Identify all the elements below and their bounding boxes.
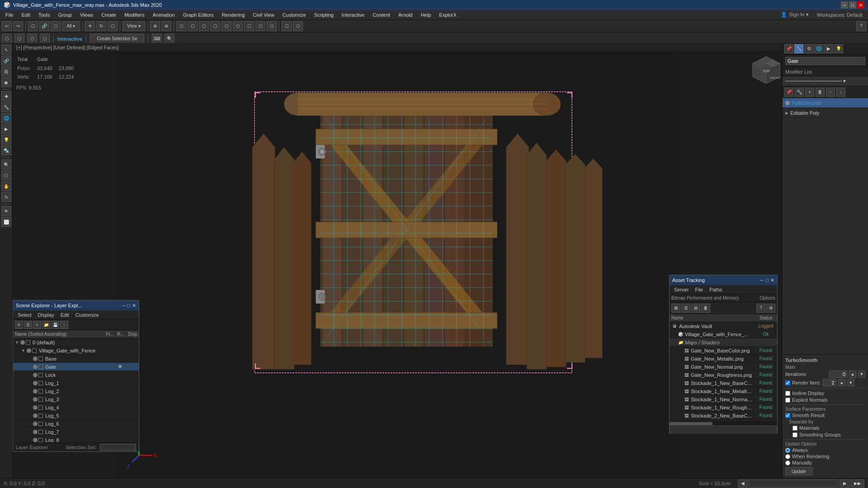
modifier-turbosmooth[interactable]: TurboSmooth	[783, 98, 868, 108]
tree-lock[interactable]	[38, 365, 43, 369]
tree-item[interactable]: ▼0 (default)	[13, 338, 139, 347]
pin-icon[interactable]: 📌	[784, 44, 793, 53]
layer-manager-btn[interactable]: ⬡	[199, 21, 209, 31]
modifier-editable-poly[interactable]: ▶ Editable Poly	[783, 108, 868, 118]
menu-group[interactable]: Group	[54, 11, 75, 19]
tree-item[interactable]: Base	[13, 355, 139, 363]
ltb-bind-btn[interactable]: ◉	[1, 77, 11, 87]
menu-edit[interactable]: Edit	[18, 11, 34, 19]
menu-customize[interactable]: Customize	[279, 11, 310, 19]
select-and-scale-btn[interactable]: ⬡	[108, 21, 118, 31]
view-cube[interactable]: TOP FRONT	[750, 54, 778, 81]
tree-lock[interactable]	[26, 340, 30, 345]
time-slider-end-btn[interactable]: ▶▶	[851, 479, 864, 488]
tree-eye[interactable]	[33, 397, 38, 402]
asset-row[interactable]: 🖼Stockade_1_New_Metallic.pngFound	[670, 387, 777, 395]
scene-explorer-title-bar[interactable]: Scene Explorer - Layer Expl... ─ □ ✕	[13, 300, 139, 310]
maximize-button[interactable]: □	[849, 1, 856, 9]
percent-snap-btn[interactable]: ⬡	[27, 34, 37, 44]
menu-civil-view[interactable]: Civil View	[249, 11, 278, 19]
menu-create[interactable]: Create	[98, 11, 120, 19]
tree-item[interactable]: Log_3	[13, 395, 139, 404]
ltb-field-of-view-btn[interactable]: 👁	[1, 206, 11, 216]
tree-item[interactable]: Gate❄	[13, 363, 139, 371]
ltb-select-btn[interactable]: ↖	[1, 45, 11, 55]
menu-interactive[interactable]: Interactive	[338, 11, 368, 19]
mod-icon-delete[interactable]: 🗑	[816, 88, 825, 97]
use-pivot-btn[interactable]: ⊕	[150, 21, 160, 31]
ltb-orbit-btn[interactable]: ↻	[1, 192, 11, 202]
editable-poly-expand[interactable]: ▶	[785, 111, 788, 115]
update-button[interactable]: Update	[785, 467, 812, 475]
mod-icon-down[interactable]: ↓	[836, 88, 845, 97]
material-editor-btn[interactable]: ⬡	[233, 21, 243, 31]
search-btn[interactable]: 🔍	[165, 34, 175, 44]
ltb-zoomall-btn[interactable]: ⬡	[1, 170, 11, 180]
tree-lock[interactable]	[38, 405, 43, 410]
mirror-btn[interactable]: ⬡	[176, 21, 186, 31]
tree-eye[interactable]	[20, 340, 25, 345]
render-iters-checkbox[interactable]	[785, 380, 790, 385]
asset-row[interactable]: 🖼Stockade_1_New_Normal.pngFound	[670, 395, 777, 404]
selection-set-input[interactable]	[100, 444, 136, 451]
manually-radio[interactable]	[785, 460, 790, 465]
tree-lock[interactable]	[38, 389, 43, 394]
select-and-rotate-btn[interactable]: ↻	[96, 21, 106, 31]
tree-eye[interactable]	[33, 413, 38, 418]
iterations-input[interactable]	[829, 371, 847, 378]
select-object-btn[interactable]: ⬡	[28, 21, 38, 31]
reference-coord-btn[interactable]: View ▾	[123, 21, 145, 31]
always-radio[interactable]	[785, 448, 790, 453]
asset-row[interactable]: 🖼Stockade_2_New_BaseColor.pngFound	[670, 412, 777, 420]
menu-modifiers[interactable]: Modifiers	[121, 11, 148, 19]
mod-icon-up[interactable]: ↑	[826, 88, 835, 97]
select-by-name-btn[interactable]: 🔗	[39, 21, 49, 31]
tree-expand[interactable]: ▼	[21, 348, 26, 353]
ltb-create-btn[interactable]: ✚	[1, 91, 11, 101]
undo-button[interactable]: ↩	[2, 21, 12, 31]
tree-item[interactable]: Log_2	[13, 387, 139, 395]
hierarchy-icon[interactable]: 🌐	[814, 44, 823, 53]
asset-tracking-search[interactable]	[670, 426, 777, 434]
ltb-maximize-btn[interactable]: ⬜	[1, 217, 11, 227]
se-tb-btn-1[interactable]: ✕	[15, 321, 23, 329]
mod-icon-modify[interactable]: 🔧	[795, 88, 804, 97]
tree-item[interactable]: Log_1	[13, 379, 139, 387]
asset-row[interactable]: 🖼Gate_New_Normal.pngFound	[670, 363, 777, 371]
isoline-checkbox[interactable]	[785, 391, 790, 396]
asset-row[interactable]: 📁Maps / Shaders	[670, 338, 777, 347]
align-btn[interactable]: ⬡	[188, 21, 198, 31]
render-iters-down[interactable]: ▼	[847, 379, 854, 386]
select-region-btn[interactable]: ⬡	[51, 21, 61, 31]
when-rendering-radio[interactable]	[785, 454, 790, 459]
se-tb-btn-6[interactable]: ↑	[60, 321, 68, 329]
help-btn[interactable]: ?	[856, 21, 866, 31]
filter-all-btn[interactable]: All ▾	[62, 21, 80, 31]
menu-arnold[interactable]: Arnold	[395, 11, 416, 19]
select-and-move-btn[interactable]: ✛	[85, 21, 95, 31]
spinner-snap-btn[interactable]: ⬡	[40, 34, 50, 44]
tree-item[interactable]: ▼Village_Gate_with_Fence	[13, 347, 139, 355]
turbosmooth-eye[interactable]	[785, 101, 790, 105]
explicit-normals-checkbox[interactable]	[785, 398, 790, 403]
se-menu-display[interactable]: Display	[35, 311, 57, 319]
tree-eye[interactable]	[33, 373, 38, 377]
select-center-btn[interactable]: ⊗	[161, 21, 171, 31]
menu-animation[interactable]: Animation	[149, 11, 179, 19]
render-setup-btn[interactable]: ⬡	[244, 21, 254, 31]
tree-eye[interactable]	[33, 430, 38, 434]
motion-icon[interactable]: ▶	[824, 44, 833, 53]
at-maximize-btn[interactable]: □	[765, 277, 769, 283]
tree-item[interactable]: Log_4	[13, 404, 139, 412]
redo-button[interactable]: ↪	[13, 21, 23, 31]
kbd-shortcut-btn[interactable]: ⌨	[152, 34, 162, 44]
ltb-pan-btn[interactable]: ✋	[1, 181, 11, 191]
menu-rendering[interactable]: Rendering	[218, 11, 249, 19]
materials-checkbox[interactable]	[793, 426, 797, 431]
tree-lock[interactable]	[38, 381, 43, 385]
smooth-result-checkbox[interactable]	[785, 413, 790, 418]
at-menu-paths[interactable]: Paths	[707, 286, 725, 293]
tree-lock[interactable]	[38, 373, 43, 377]
at-options-label[interactable]: Options	[760, 296, 775, 300]
ltb-hierarchy-btn[interactable]: 🌐	[1, 113, 11, 123]
